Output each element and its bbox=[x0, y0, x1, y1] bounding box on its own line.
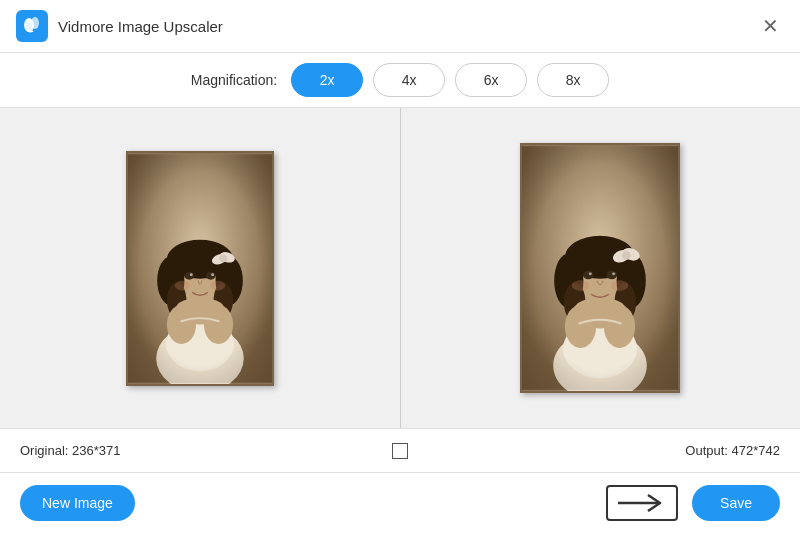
magnification-bar: Magnification: 2x 4x 6x 8x bbox=[0, 53, 800, 108]
svg-point-1 bbox=[31, 17, 39, 29]
title-bar-left: Vidmore Image Upscaler bbox=[16, 10, 223, 42]
separator-box bbox=[392, 443, 408, 459]
mag-btn-2x[interactable]: 2x bbox=[291, 63, 363, 97]
close-button[interactable]: ✕ bbox=[756, 12, 784, 40]
arrow-icon bbox=[606, 485, 678, 521]
svg-rect-27 bbox=[128, 154, 272, 383]
save-button[interactable]: Save bbox=[692, 485, 780, 521]
app-title: Vidmore Image Upscaler bbox=[58, 18, 223, 35]
save-area: Save bbox=[606, 485, 780, 521]
output-image-panel bbox=[401, 108, 801, 428]
original-photo bbox=[126, 151, 274, 386]
output-photo bbox=[520, 143, 680, 393]
comparison-area bbox=[0, 108, 800, 428]
output-dimensions: Output: 472*742 bbox=[685, 443, 780, 458]
svg-rect-52 bbox=[522, 146, 678, 390]
mag-btn-8x[interactable]: 8x bbox=[537, 63, 609, 97]
mag-btn-4x[interactable]: 4x bbox=[373, 63, 445, 97]
mag-btn-6x[interactable]: 6x bbox=[455, 63, 527, 97]
action-bar: New Image Save bbox=[0, 472, 800, 533]
title-bar: Vidmore Image Upscaler ✕ bbox=[0, 0, 800, 53]
svg-point-2 bbox=[27, 19, 31, 23]
original-image-panel bbox=[0, 108, 400, 428]
magnification-label: Magnification: bbox=[191, 72, 277, 88]
app-icon bbox=[16, 10, 48, 42]
info-bar: Original: 236*371 Output: 472*742 bbox=[0, 428, 800, 472]
new-image-button[interactable]: New Image bbox=[20, 485, 135, 521]
original-dimensions: Original: 236*371 bbox=[20, 443, 120, 458]
